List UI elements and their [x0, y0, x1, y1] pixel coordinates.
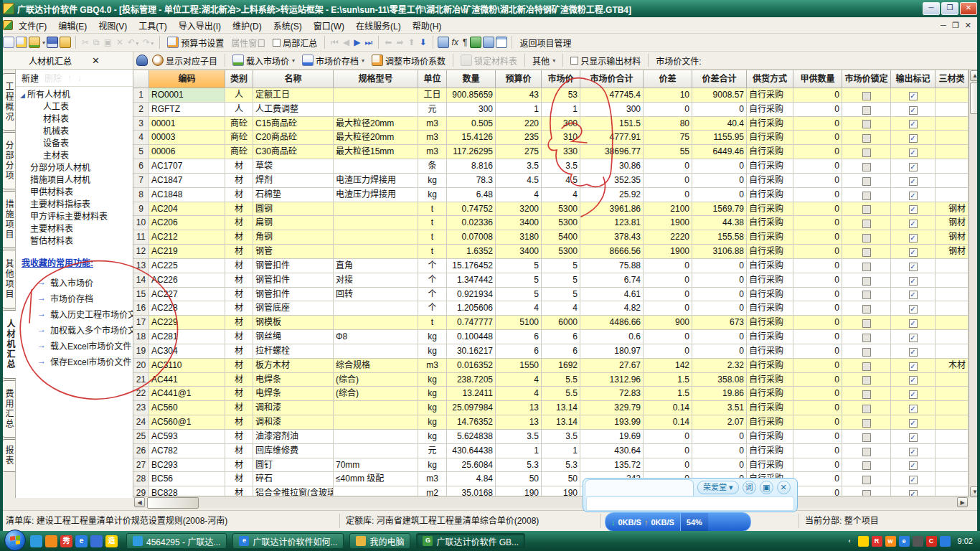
- horizontal-scrollbar[interactable]: ◀ ▶: [133, 496, 969, 508]
- tray-expand-icon[interactable]: ‹: [844, 536, 855, 547]
- cell-num[interactable]: 7: [133, 174, 149, 187]
- mdi-close-button[interactable]: ✕: [965, 21, 971, 30]
- cell-locked[interactable]: [842, 103, 891, 116]
- cell-diff_total[interactable]: 44.38: [692, 216, 747, 230]
- popup-close-icon[interactable]: ✕: [777, 481, 791, 494]
- cell-output[interactable]: ✓: [891, 288, 936, 301]
- cell-qty[interactable]: 1.205606: [447, 301, 496, 315]
- cell-diff[interactable]: 0: [644, 430, 692, 443]
- cell-unit[interactable]: 个: [418, 259, 447, 273]
- cell-num[interactable]: 16: [133, 301, 149, 315]
- cell-diff[interactable]: 75: [644, 131, 692, 144]
- cell-owner_qty[interactable]: 0: [793, 373, 842, 387]
- open-dropdown-icon[interactable]: ▾: [42, 39, 45, 46]
- cell-locked[interactable]: [842, 458, 891, 472]
- cell-market_total[interactable]: 300: [580, 103, 644, 116]
- cell-output[interactable]: ✓: [891, 259, 936, 273]
- cell-budget[interactable]: 6: [496, 344, 542, 358]
- cell-budget[interactable]: 4: [496, 373, 542, 387]
- cell-supply[interactable]: 自行采购: [747, 216, 793, 230]
- cell-num[interactable]: 23: [133, 401, 149, 415]
- cell-spec[interactable]: [334, 401, 418, 415]
- cell-market_total[interactable]: 193.99: [580, 415, 644, 429]
- cell-sancai[interactable]: [936, 259, 969, 273]
- function-icon[interactable]: fx: [451, 37, 460, 47]
- cell-name[interactable]: 板方木材: [253, 359, 334, 372]
- cell-diff_total[interactable]: 0: [692, 330, 747, 344]
- cell-cat[interactable]: 材: [225, 245, 253, 258]
- table-row[interactable]: 12AC219材钢管t1.6352340053008666.5619003106…: [133, 245, 969, 259]
- cell-code[interactable]: AC229: [149, 316, 225, 329]
- cell-output[interactable]: ✓: [891, 216, 936, 230]
- cell-market_total[interactable]: 3961.86: [580, 202, 644, 216]
- task-button[interactable]: 我的电脑: [349, 533, 410, 549]
- output-checkbox[interactable]: ✓: [909, 305, 918, 314]
- restore-button[interactable]: ❐: [941, 2, 958, 15]
- cell-sancai[interactable]: [936, 316, 969, 329]
- cell-unit[interactable]: kg: [418, 415, 447, 429]
- cell-name[interactable]: 扁钢: [253, 216, 334, 230]
- cell-diff_total[interactable]: 358.08: [692, 373, 747, 387]
- cell-owner_qty[interactable]: 0: [793, 117, 842, 131]
- cell-unit[interactable]: kg: [418, 430, 447, 443]
- cell-diff_total[interactable]: 0: [692, 288, 747, 301]
- cell-spec[interactable]: 最大粒径20mm: [334, 117, 418, 131]
- column-header-budget[interactable]: 预算价: [496, 70, 542, 88]
- cell-cat[interactable]: 材: [225, 188, 253, 202]
- cell-supply[interactable]: 自行采购: [747, 88, 793, 102]
- cell-budget[interactable]: 1550: [496, 359, 542, 372]
- table-row[interactable]: 10AC206材扁钢t0.0233634005300123.81190044.3…: [133, 216, 969, 230]
- cell-budget[interactable]: 3200: [496, 202, 542, 216]
- cell-unit[interactable]: m3: [418, 117, 447, 131]
- cell-supply[interactable]: 自行采购: [747, 288, 793, 301]
- cell-diff[interactable]: 0.14: [644, 415, 692, 429]
- cell-name[interactable]: 钢管扣件: [253, 288, 334, 301]
- zaojia-icon[interactable]: 造: [105, 535, 118, 547]
- cell-output[interactable]: ✓: [891, 159, 936, 173]
- menu-item[interactable]: 在线服务(L): [350, 18, 407, 33]
- popup-picture-icon[interactable]: ▣: [760, 481, 773, 494]
- table-row[interactable]: 400003商砼C20商品砼最大粒径20mmm315.4126235310477…: [133, 131, 969, 145]
- cell-output[interactable]: ✓: [891, 472, 936, 486]
- cell-code[interactable]: AC560: [149, 401, 225, 415]
- cell-diff[interactable]: 55: [644, 145, 692, 159]
- cell-num[interactable]: 18: [133, 330, 149, 344]
- cell-budget[interactable]: 3.5: [496, 159, 542, 173]
- cell-sancai[interactable]: [936, 458, 969, 472]
- cell-owner_qty[interactable]: 0: [793, 330, 842, 344]
- cell-market_total[interactable]: 430.64: [580, 444, 644, 458]
- cell-locked[interactable]: [842, 117, 891, 131]
- cell-spec[interactable]: ≤40mm 级配: [334, 472, 418, 486]
- market-price-archive-button-dropdown-icon[interactable]: ▾: [362, 57, 364, 64]
- cell-supply[interactable]: 自行采购: [747, 373, 793, 387]
- cell-code[interactable]: AC227: [149, 288, 225, 301]
- tray-caj-icon[interactable]: C: [926, 536, 937, 547]
- cell-output[interactable]: ✓: [891, 458, 936, 472]
- tree-item-措施项目人材机[interactable]: 措施项目人材机: [16, 174, 133, 187]
- popup-word-button[interactable]: 词: [743, 481, 756, 494]
- cell-market_total[interactable]: 0.6: [580, 330, 644, 344]
- tree-item-设备表[interactable]: 设备表: [16, 138, 133, 150]
- cell-qty[interactable]: 900.85659: [447, 88, 496, 102]
- cell-sancai[interactable]: [936, 344, 969, 358]
- cell-market_total[interactable]: 72.83: [580, 387, 644, 400]
- output-checkbox[interactable]: ✓: [909, 448, 918, 456]
- new-file-icon[interactable]: [3, 37, 14, 48]
- cell-diff_total[interactable]: 0: [692, 458, 747, 472]
- table-row[interactable]: 11AC212材角钢t0.0700831805400378.432220155.…: [133, 230, 969, 245]
- table-view-icon[interactable]: [496, 37, 507, 48]
- cell-name[interactable]: 圆钉: [253, 458, 334, 472]
- cell-diff_total[interactable]: 155.58: [692, 230, 747, 244]
- cell-name[interactable]: 钢管底座: [253, 301, 334, 315]
- task-button[interactable]: 4564295 - 广联达...: [126, 533, 227, 549]
- cell-budget[interactable]: 235: [496, 131, 542, 144]
- lock-checkbox[interactable]: [862, 106, 871, 115]
- only-output-materials-checkbox-box[interactable]: [570, 57, 578, 65]
- cell-spec[interactable]: 最大粒径20mm: [334, 131, 418, 144]
- cell-diff[interactable]: 0: [644, 103, 692, 116]
- cell-cat[interactable]: 材: [225, 415, 253, 429]
- lock-checkbox[interactable]: [862, 205, 871, 214]
- cell-num[interactable]: 13: [133, 259, 149, 273]
- cell-diff_total[interactable]: 6449.46: [692, 145, 747, 159]
- cell-spec[interactable]: 电渣压力焊接用: [334, 174, 418, 187]
